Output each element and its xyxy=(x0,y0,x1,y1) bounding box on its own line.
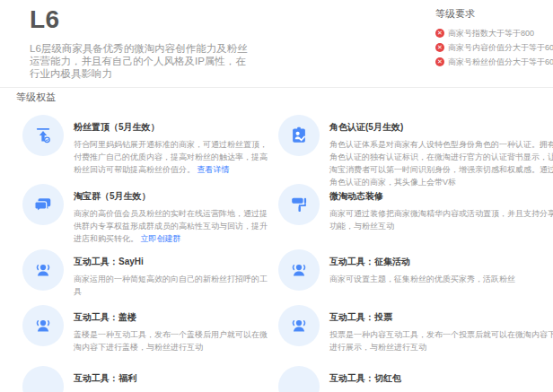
benefit-title: 互动工具：盖楼 xyxy=(74,311,275,324)
benefit-title: 角色认证(5月生效) xyxy=(329,121,553,134)
benefit-description: 盖楼是一种互动工具，发布一个盖楼后用户就可以在微淘内容下进行盖楼，与粉丝进行互动 xyxy=(74,330,268,352)
benefit-item: 互动工具：SayHi 商家运用的一种简短高效的向自己的新粉丝打招呼的工具 xyxy=(22,249,278,305)
benefit-title: 互动工具：投票 xyxy=(329,311,553,324)
benefit-description: 符合阿里妈妈钻展开通标准的商家，可通过粉丝置顶，付费推广自己的优质内容，提高对粉… xyxy=(74,140,268,174)
benefit-item: 淘宝群（5月生效） 商家的高价值会员及粉丝的实时在线运营阵地，通过提供群内专享权… xyxy=(22,184,278,249)
benefit-title: 互动工具：SayHi xyxy=(74,256,275,268)
requirement-text: 商家号内容价值分大于等于600 xyxy=(448,42,553,54)
requirement-text: 商家号粉丝价值分大于等于600 xyxy=(448,57,553,68)
benefit-icon-circle xyxy=(278,366,320,392)
benefit-item: 互动工具：福利 xyxy=(22,366,278,392)
level-description: L6层级商家具备优秀的微淘内容创作能力及粉丝运营能力，并且有自己的个人风格及IP… xyxy=(30,42,254,80)
person-broadcast-icon xyxy=(22,305,64,346)
benefit-item: 互动工具：征集活动 商家可设置主题，征集粉丝的优质买家秀，活跃粉丝 xyxy=(278,249,553,305)
benefit-item: 微淘动态装修 商家可通过装修把商家微淘精华内容或活动置顶，并且支持分享功能，与粉… xyxy=(278,184,553,249)
benefit-description: 商家可通过装修把商家微淘精华内容或活动置顶，并且支持分享功能，与粉丝互动 xyxy=(329,209,553,231)
requirement-item: ✕ 商家号内容价值分大于等于600 xyxy=(435,40,552,55)
pin-top-icon xyxy=(22,115,64,156)
paint-roller-icon xyxy=(278,184,320,225)
benefit-title: 粉丝置顶（5月生效） xyxy=(74,121,275,134)
chat-bubbles-icon xyxy=(22,184,64,225)
benefit-description: 商家可设置主题，征集粉丝的优质买家秀，活跃粉丝 xyxy=(329,274,515,283)
error-x-icon: ✕ xyxy=(435,43,444,52)
benefit-item: 互动工具：切红包 xyxy=(278,366,553,392)
page-title: L6 xyxy=(30,5,60,34)
requirement-text: 商家号指数大于等于800 xyxy=(448,28,534,39)
requirements-list: ✕ 商家号指数大于等于800 ✕ 商家号内容价值分大于等于600 ✕ 商家号粉丝… xyxy=(435,26,552,69)
requirement-item: ✕ 商家号指数大于等于800 xyxy=(435,26,552,40)
benefit-description: 商家运用的一种简短高效的向自己的新粉丝打招呼的工具 xyxy=(74,274,268,296)
benefits-header: 等级权益 xyxy=(16,91,56,104)
requirements-header: 等级要求 xyxy=(435,7,552,21)
requirements-panel: 等级要求 ✕ 商家号指数大于等于800 ✕ 商家号内容价值分大于等于600 ✕ … xyxy=(435,7,552,69)
benefit-item: 角色认证(5月生效) 角色认证体系是对商家有人设特色型身份角色的一种认证。拥有角… xyxy=(278,115,553,184)
benefit-title: 互动工具：切红包 xyxy=(329,372,553,385)
benefit-description: 角色认证体系是对商家有人设特色型身份角色的一种认证。拥有角色认证的独有认证标识，… xyxy=(329,140,553,187)
benefit-title: 互动工具：征集活动 xyxy=(329,256,553,268)
requirement-item: ✕ 商家号粉丝价值分大于等于600 xyxy=(435,55,552,69)
benefit-icon-circle xyxy=(22,366,64,392)
error-x-icon: ✕ xyxy=(435,57,444,66)
person-broadcast-icon xyxy=(22,249,64,291)
benefit-item: 互动工具：盖楼 盖楼是一种互动工具，发布一个盖楼后用户就可以在微淘内容下进行盖楼… xyxy=(22,305,278,366)
benefit-item: 互动工具：投票 投票是一种内容互动工具，发布一个投票后就可以在微淘内容下进行展示… xyxy=(278,305,553,366)
person-broadcast-icon xyxy=(278,249,320,291)
person-broadcast-icon xyxy=(278,305,320,346)
error-x-icon: ✕ xyxy=(435,29,444,38)
divider xyxy=(0,87,553,88)
benefit-title: 淘宝群（5月生效） xyxy=(74,190,275,203)
benefit-link[interactable]: 查看详情 xyxy=(198,165,230,174)
badge-check-icon xyxy=(278,115,320,156)
benefit-description: 投票是一种内容互动工具，发布一个投票后就可以在微淘内容下进行展示，与粉丝进行互动 xyxy=(329,330,553,352)
benefit-item: 粉丝置顶（5月生效） 符合阿里妈妈钻展开通标准的商家，可通过粉丝置顶，付费推广自… xyxy=(22,115,278,184)
benefit-title: 互动工具：福利 xyxy=(74,372,275,385)
benefits-grid: 粉丝置顶（5月生效） 符合阿里妈妈钻展开通标准的商家，可通过粉丝置顶，付费推广自… xyxy=(22,115,545,392)
benefit-link[interactable]: 立即创建群 xyxy=(141,234,181,243)
benefit-title: 微淘动态装修 xyxy=(329,190,553,203)
level-detail-page: L6 L6层级商家具备优秀的微淘内容创作能力及粉丝运营能力，并且有自己的个人风格… xyxy=(0,0,553,392)
